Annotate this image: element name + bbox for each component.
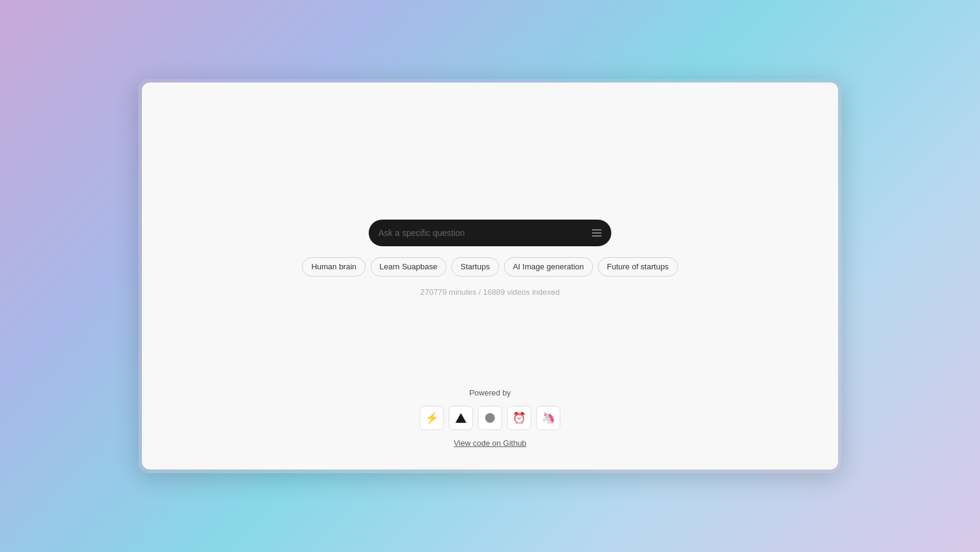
icon-box-bolt[interactable]: ⚡ [420,406,444,430]
triangle-icon [455,413,466,423]
outer-frame: Human brain Learn Suapbase Startups AI I… [138,79,842,473]
icon-box-triangle[interactable] [449,406,473,430]
menu-line-3 [592,235,602,237]
main-content: Human brain Learn Suapbase Startups AI I… [302,220,677,297]
stats-text: 270779 minutes / 16889 videos indexed [420,288,560,297]
clock-icon: ⏰ [512,411,526,425]
bolt-icon: ⚡ [425,412,438,423]
icon-box-circle[interactable] [478,406,502,430]
menu-line-1 [592,229,602,231]
icon-box-clock[interactable]: ⏰ [507,406,531,430]
chip-future-of-startups[interactable]: Future of startups [598,257,678,277]
chip-startups[interactable]: Startups [451,257,498,277]
icon-box-purple[interactable]: 🦄 [536,406,560,430]
chip-learn-suapbase[interactable]: Learn Suapbase [371,257,446,277]
tech-icons: ⚡ ⏰ 🦄 [420,406,560,430]
menu-icon[interactable] [592,229,602,237]
menu-line-2 [592,232,602,234]
github-link[interactable]: View code on Github [454,439,526,448]
chip-human-brain[interactable]: Human brain [302,257,365,277]
chip-ai-image-generation[interactable]: AI Image generation [504,257,593,277]
footer: Powered by ⚡ ⏰ 🦄 View code on [420,388,560,448]
circle-icon [485,413,495,423]
purple-icon: 🦄 [542,411,555,425]
inner-window: Human brain Learn Suapbase Startups AI I… [142,82,838,470]
search-bar[interactable] [369,220,611,246]
search-input[interactable] [378,228,586,238]
suggestion-chips: Human brain Learn Suapbase Startups AI I… [302,257,677,277]
powered-by-label: Powered by [469,388,511,397]
